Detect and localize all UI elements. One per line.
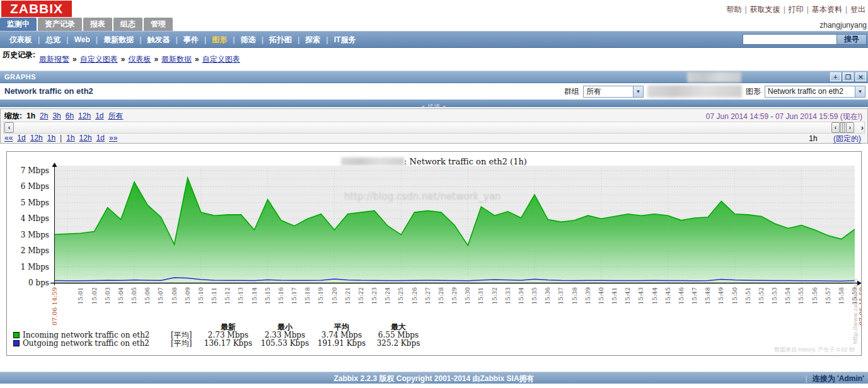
top-link-4[interactable]: 基本资料 xyxy=(812,5,842,14)
fixed-toggle[interactable]: (固定的) xyxy=(833,134,861,144)
svg-text:15:24: 15:24 xyxy=(384,287,391,304)
svg-text:15:55: 15:55 xyxy=(797,287,804,304)
scroll-grip[interactable] xyxy=(840,122,846,133)
main-tab[interactable]: 监测中 xyxy=(0,18,37,31)
sub-nav-item[interactable]: 最新数据 xyxy=(98,35,139,45)
chevron-down-icon[interactable]: ▼ xyxy=(855,86,865,97)
top-link-3[interactable]: 打印 xyxy=(789,5,804,14)
breadcrumb-link[interactable]: 仪表板 xyxy=(128,55,151,64)
time-panel: 缩放:1h2h3h6h12h1d所有 07 Jun 2014 14:59 - 0… xyxy=(0,108,868,144)
group-label: 群组 xyxy=(564,86,579,97)
scroll-handle-right[interactable]: › xyxy=(846,122,854,133)
breadcrumb-link[interactable]: 自定义图表 xyxy=(80,55,118,64)
svg-text:15:22: 15:22 xyxy=(357,287,364,304)
svg-text:15:32: 15:32 xyxy=(491,287,498,304)
zoom-option[interactable]: 6h xyxy=(66,111,74,120)
host-select-redacted[interactable] xyxy=(647,85,742,98)
scroll-handle-left[interactable]: ‹ xyxy=(831,122,840,133)
breadcrumb-link[interactable]: 自定义图表 xyxy=(202,55,240,64)
add-icon[interactable]: + xyxy=(830,72,841,81)
time-nav-link[interactable]: 1d xyxy=(96,134,105,142)
scroll-left-button[interactable]: ‹ xyxy=(4,122,14,133)
svg-text:5 Mbps: 5 Mbps xyxy=(21,198,49,207)
separator: | xyxy=(845,5,847,14)
separator: | xyxy=(784,5,785,14)
separator: » xyxy=(195,55,199,64)
sub-nav-item[interactable]: 探索 xyxy=(299,35,326,45)
zoom-option[interactable]: 1d xyxy=(95,111,103,120)
time-nav-link[interactable]: »» xyxy=(109,134,117,142)
svg-text:15:51: 15:51 xyxy=(744,287,751,304)
watermark: http://blog.csdn.net/network_yan xyxy=(344,191,558,202)
sub-nav-item[interactable]: 总览 xyxy=(40,35,66,45)
breadcrumb-link[interactable]: 最新数据 xyxy=(161,55,192,64)
svg-text:15:46: 15:46 xyxy=(678,287,685,304)
top-link-5[interactable]: 登出 xyxy=(850,5,865,14)
time-scrollbar[interactable]: ‹ ‹ › › xyxy=(3,122,865,134)
scroll-right-arrow[interactable]: › xyxy=(861,123,864,132)
main-tab[interactable]: 组态 xyxy=(113,18,142,31)
sub-nav-item[interactable]: Web xyxy=(69,35,96,44)
svg-text:15:26: 15:26 xyxy=(411,287,418,304)
sub-nav-item[interactable]: 事件 xyxy=(178,35,204,45)
time-nav-links: ««1d12h1h|1h12h1d»» xyxy=(4,134,122,142)
fullscreen-icon[interactable]: ✕ xyxy=(855,72,866,81)
time-nav-link[interactable]: «« xyxy=(4,134,13,142)
zoom-option[interactable]: 3h xyxy=(52,111,61,120)
title-row: Network traffic on eth2 群组 所有 ▼ 图形 Netwo… xyxy=(0,83,868,100)
zoom-option[interactable]: 1h xyxy=(26,111,35,120)
main-tab[interactable]: 资产记录 xyxy=(38,18,82,31)
svg-text:15:30: 15:30 xyxy=(464,287,471,304)
svg-text:15:08: 15:08 xyxy=(171,287,178,304)
range-end-link[interactable]: 07 Jun 2014 15:59 xyxy=(775,112,838,121)
chevron-down-icon[interactable]: ▼ xyxy=(633,86,643,97)
search-button[interactable]: 搜寻 xyxy=(837,34,867,45)
range-now-link[interactable]: (现在!) xyxy=(840,112,862,121)
top-link-1[interactable]: 帮助 xyxy=(727,5,742,14)
svg-text:http://www.zabbix.com: http://www.zabbix.com xyxy=(852,279,859,344)
time-nav-link[interactable]: 12h xyxy=(79,134,92,142)
svg-text:15:05: 15:05 xyxy=(130,287,137,304)
sub-nav-item[interactable]: IT服务 xyxy=(328,35,362,45)
graph-select[interactable]: Network traffic on eth2 ▼ xyxy=(765,86,865,98)
username: zhangjunyang xyxy=(819,21,867,30)
main-tab[interactable]: 报表 xyxy=(83,18,112,31)
svg-text:15:43: 15:43 xyxy=(637,287,644,304)
svg-text:3 Mbps: 3 Mbps xyxy=(21,231,49,239)
svg-text:15:12: 15:12 xyxy=(224,287,231,304)
svg-text:15:58: 15:58 xyxy=(838,287,845,304)
svg-text:15:19: 15:19 xyxy=(317,287,324,304)
range-dash: - xyxy=(771,112,773,121)
sub-nav-item[interactable]: 拓扑图 xyxy=(263,35,298,45)
main-tab[interactable]: 管理 xyxy=(144,18,173,31)
group-select[interactable]: 所有 ▼ xyxy=(583,86,644,98)
time-nav-link[interactable]: 12h xyxy=(30,134,43,142)
time-nav-link[interactable]: 1d xyxy=(17,134,25,142)
sub-nav-item[interactable]: 筛选 xyxy=(235,35,262,45)
time-nav-link[interactable]: 1h xyxy=(47,134,55,142)
series-color-swatch xyxy=(13,332,20,338)
zoom-option[interactable]: 12h xyxy=(78,111,91,120)
svg-text:15:57: 15:57 xyxy=(825,287,831,304)
separator: » xyxy=(154,55,158,64)
search-input[interactable] xyxy=(743,34,837,45)
page-title: Network traffic on eth2 xyxy=(4,86,93,96)
legend-series-name: Outgoing network traffic on eth2 xyxy=(12,340,170,348)
time-nav-link[interactable]: 1h xyxy=(66,134,74,142)
range-start-link[interactable]: 07 Jun 2014 14:59 xyxy=(706,112,768,121)
footer-connected-as: |连接为 'Admin' xyxy=(806,374,865,384)
breadcrumb-link[interactable]: 最新报警 xyxy=(39,55,69,64)
main-nav-row: 监测中资产记录报表组态管理 zhangjunyang xyxy=(0,18,868,31)
top-link-2[interactable]: 获取支援 xyxy=(750,5,780,14)
zoom-option[interactable]: 所有 xyxy=(108,111,123,120)
date-range: 07 Jun 2014 14:59 - 07 Jun 2014 15:59 (现… xyxy=(706,111,862,122)
filter-bar: « 过滤 » xyxy=(0,100,868,107)
sub-nav-item[interactable]: 图形 xyxy=(206,35,233,45)
graph-toolbar: 群组 所有 ▼ 图形 Network traffic on eth2 ▼ xyxy=(564,85,865,98)
sub-nav-item[interactable]: 仪表板 xyxy=(4,35,38,45)
sub-nav-item[interactable]: 触发器 xyxy=(142,35,176,45)
zoom-option[interactable]: 2h xyxy=(40,111,48,120)
sub-nav-items: 仪表板|总览|Web|最新数据|触发器|事件|图形|筛选|拓扑图|探索|IT服务 xyxy=(4,31,361,48)
zabbix-logo[interactable]: ZABBIX xyxy=(1,1,72,17)
window-icon[interactable]: ❐ xyxy=(843,72,854,81)
